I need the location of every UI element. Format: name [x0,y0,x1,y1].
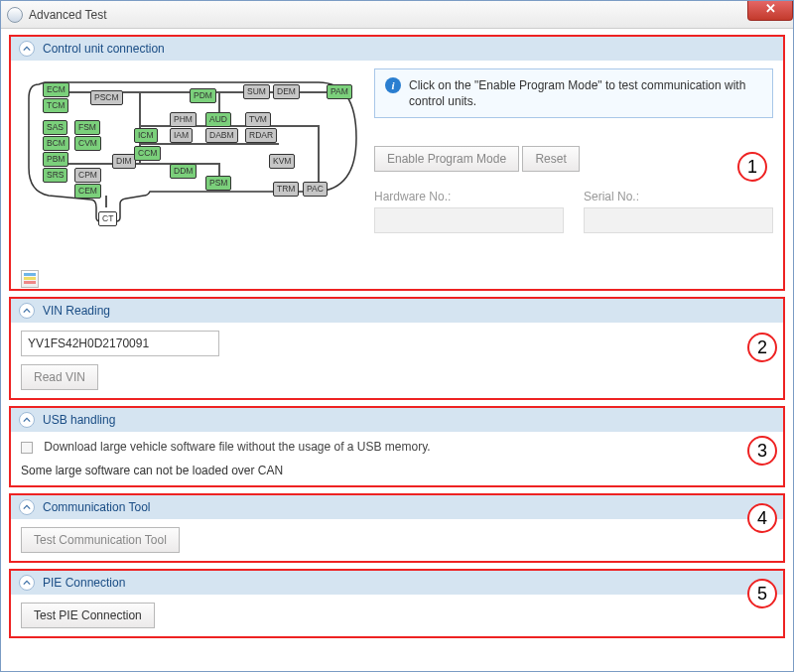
annotation-2: 2 [747,333,777,362]
node-dem[interactable]: DEM [273,84,300,99]
info-text: Click on the "Enable Program Mode" to te… [409,77,762,109]
usb-note: Some large software can not be loaded ov… [21,464,773,477]
node-sum[interactable]: SUM [243,84,270,99]
node-ddm[interactable]: DDM [170,164,197,179]
panel-header: PIE Connection 5 [11,571,783,595]
node-icm[interactable]: ICM [134,128,158,143]
panel-body: Read VIN 2 [11,323,783,398]
node-pdm[interactable]: PDM [190,88,216,103]
node-cvm[interactable]: CVM [74,136,101,151]
node-pac[interactable]: PAC [303,182,328,197]
annotation-1: 1 [737,152,767,182]
node-tvm[interactable]: TVM [245,112,271,127]
hardware-no-label: Hardware No.: [374,190,564,203]
node-dim[interactable]: DIM [112,154,136,169]
window-title: Advanced Test [29,8,107,22]
panel-usb-handling: USB handling Download large vehicle soft… [9,406,785,487]
collapse-toggle[interactable] [19,41,35,57]
serial-no-label: Serial No.: [584,190,773,203]
node-pscm[interactable]: PSCM [90,90,123,105]
chevron-up-icon [23,45,31,53]
serial-no-field: Serial No.: [584,190,773,233]
legend-icon[interactable] [21,270,39,288]
node-ccm[interactable]: CCM [134,146,161,161]
right-column: i Click on the "Enable Program Mode" to … [374,68,773,288]
vin-input[interactable] [21,331,219,356]
annotation-3: 3 [747,436,777,466]
panel-header: Control unit connection [11,37,783,61]
usb-checkbox-row: Download large vehicle software file wit… [21,440,773,454]
panel-control-unit-connection: Control unit connection [9,35,785,291]
chevron-up-icon [23,307,31,315]
collapse-toggle[interactable] [19,499,35,515]
node-aud[interactable]: AUD [205,112,231,127]
panel-title: USB handling [43,413,115,427]
node-srs[interactable]: SRS [43,168,67,183]
app-window: Advanced Test ✕ Control unit connection [0,0,794,672]
panel-body: Test Communication Tool [11,519,783,561]
chevron-up-icon [23,503,31,511]
test-communication-tool-button[interactable]: Test Communication Tool [21,527,180,553]
node-trm[interactable]: TRM [273,182,299,197]
panel-pie-connection: PIE Connection 5 Test PIE Connection [9,569,785,638]
test-pie-connection-button[interactable]: Test PIE Connection [21,603,155,628]
content-area: Control unit connection [1,29,793,650]
node-kvm[interactable]: KVM [269,154,295,169]
info-icon: i [385,77,401,93]
panel-header: Communication Tool 4 [11,495,783,519]
node-pbm[interactable]: PBM [43,152,68,167]
button-row: Enable Program Mode Reset [374,146,773,172]
node-cpm[interactable]: CPM [74,168,101,183]
panel-vin-reading: VIN Reading Read VIN 2 [9,297,785,400]
collapse-toggle[interactable] [19,303,35,319]
usb-download-checkbox[interactable] [21,442,33,454]
diagram-column: ECM TCM SAS BCM PBM SRS FSM CVM CPM CEM … [21,68,358,288]
panel-title: PIE Connection [43,576,125,590]
panel-title: Control unit connection [43,42,165,56]
collapse-toggle[interactable] [19,412,35,428]
chevron-up-icon [23,579,31,587]
node-pam[interactable]: PAM [327,84,352,99]
node-tcm[interactable]: TCM [43,98,68,113]
node-fsm[interactable]: FSM [74,120,100,135]
hardware-no-field: Hardware No.: [374,190,564,233]
reset-button[interactable]: Reset [522,146,579,172]
panel-title: VIN Reading [43,304,110,318]
control-unit-diagram: ECM TCM SAS BCM PBM SRS FSM CVM CPM CEM … [21,68,358,227]
node-ecm[interactable]: ECM [43,82,69,97]
hardware-no-value [374,207,564,233]
field-row: Hardware No.: Serial No.: [374,190,773,233]
panel-body: Test PIE Connection [11,595,783,636]
node-ct[interactable]: CT [98,211,117,226]
titlebar: Advanced Test ✕ [1,1,793,29]
annotation-4: 4 [747,503,777,533]
node-psm[interactable]: PSM [205,176,231,191]
panel-title: Communication Tool [43,500,151,514]
close-button[interactable]: ✕ [747,0,793,21]
annotation-5: 5 [747,579,777,608]
enable-program-mode-button[interactable]: Enable Program Mode [374,146,519,172]
panel-header: VIN Reading [11,299,783,323]
info-box: i Click on the "Enable Program Mode" to … [374,68,773,118]
node-rdar[interactable]: RDAR [245,128,277,143]
usb-checkbox-label: Download large vehicle software file wit… [44,440,430,454]
node-phm[interactable]: PHM [170,112,197,127]
panel-header: USB handling [11,408,783,432]
app-icon [7,7,23,23]
chevron-up-icon [23,416,31,424]
node-bcm[interactable]: BCM [43,136,69,151]
panel-communication-tool: Communication Tool 4 Test Communication … [9,493,785,563]
collapse-toggle[interactable] [19,575,35,591]
serial-no-value [584,207,773,233]
node-dabm[interactable]: DABM [205,128,238,143]
node-cem[interactable]: CEM [74,184,101,199]
node-iam[interactable]: IAM [170,128,193,143]
node-sas[interactable]: SAS [43,120,67,135]
panel-body: ECM TCM SAS BCM PBM SRS FSM CVM CPM CEM … [11,61,783,296]
panel-body: Download large vehicle software file wit… [11,432,783,485]
read-vin-button[interactable]: Read VIN [21,364,98,390]
